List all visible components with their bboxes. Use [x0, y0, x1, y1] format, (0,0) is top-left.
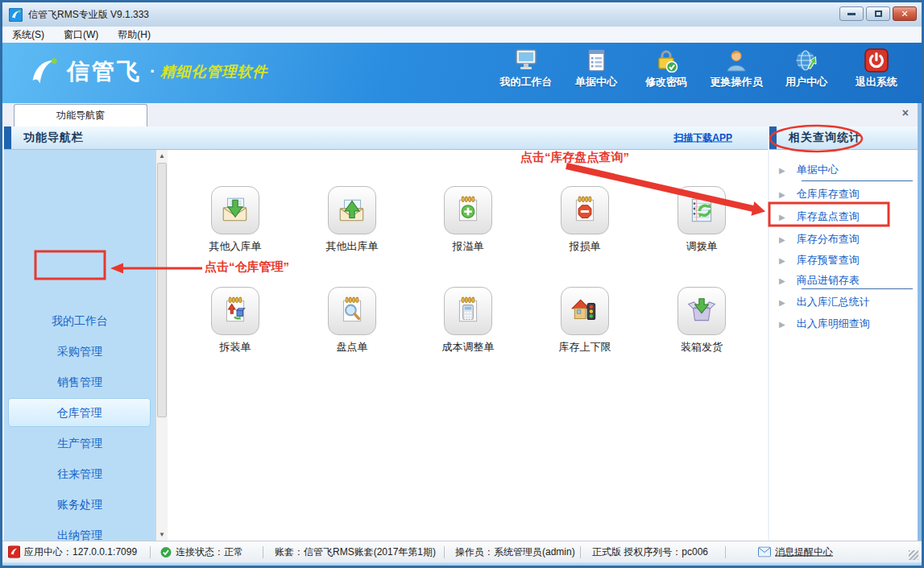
status-license: 正式版 授权序列号：pc006: [592, 545, 708, 559]
sidebar-scrollbar[interactable]: ▲ ▼: [155, 150, 168, 541]
scrollbar-thumb[interactable]: [157, 163, 167, 417]
toolbar-switch-operator[interactable]: 更换操作员: [704, 48, 769, 89]
sidebar-item-production[interactable]: 生产管理: [4, 428, 155, 458]
packing-box-icon: [686, 296, 717, 326]
grid-item-damage-report[interactable]: 报损单: [538, 186, 632, 254]
scroll-down-icon[interactable]: ▼: [156, 531, 168, 538]
triangle-bullet-icon: ▶: [779, 256, 785, 265]
grid-item-label: 其他出库单: [305, 239, 399, 254]
app-window: 信管飞RMS专业版 V9.1.333 ✕ 系统(S) 窗口(W) 帮助(H) 信…: [0, 0, 924, 568]
status-message-center[interactable]: 消息提醒中心: [758, 545, 833, 559]
triangle-bullet-icon: ▶: [779, 166, 785, 175]
toolbar-my-workspace[interactable]: 我的工作台: [494, 48, 558, 89]
document-list-icon: [582, 48, 610, 73]
query-item-label: 库存盘点查询: [797, 209, 860, 224]
minimize-button[interactable]: [839, 6, 864, 21]
query-panel-header: 相关查询统计: [769, 126, 918, 150]
globe-arrow-icon: [793, 48, 820, 73]
grid-item-overflow-report[interactable]: 报溢单: [421, 186, 515, 254]
grid-item-label: 装箱发货: [655, 340, 748, 354]
download-app-link[interactable]: 扫描下载APP: [673, 131, 732, 145]
query-item-inout-summary[interactable]: ▶ 出入库汇总统计: [769, 293, 918, 311]
toolbar-exit-system[interactable]: 退出系统: [844, 48, 909, 89]
status-bar: 应用中心：127.0.0.1:7099 连接状态：正常 账套：信管飞RMS账套(…: [2, 541, 922, 562]
window-title: 信管飞RMS专业版 V9.1.333: [28, 8, 149, 22]
sidebar-item-contacts[interactable]: 往来管理: [4, 458, 155, 489]
divider: [802, 288, 913, 289]
query-item-warehouse-stock[interactable]: ▶ 仓库库存查询: [769, 185, 918, 203]
message-center-link[interactable]: 消息提醒中心: [775, 545, 833, 559]
panel-close-icon[interactable]: ×: [902, 106, 909, 119]
sidebar-item-label: 生产管理: [57, 437, 102, 450]
grid-item-stock-limits[interactable]: 库存上下限: [538, 287, 632, 354]
brand-name: 信管飞: [67, 56, 142, 87]
resize-grip-icon[interactable]: [909, 550, 918, 560]
toolbar-document-center[interactable]: 单据中心: [564, 48, 628, 89]
status-app-center: 应用中心：127.0.0.1:7099: [8, 545, 137, 559]
query-item-inout-detail[interactable]: ▶ 出入库明细查询: [769, 315, 918, 333]
sidebar-item-accounting[interactable]: 账务处理: [4, 489, 155, 520]
menu-system[interactable]: 系统(S): [2, 28, 54, 42]
grid-item-other-inbound[interactable]: 其他入库单: [189, 186, 282, 254]
toolbar-label: 用户中心: [785, 75, 827, 89]
grid-item-packing-shipment[interactable]: 装箱发货: [655, 287, 748, 354]
query-item-psi-report[interactable]: ▶ 商品进销存表: [769, 272, 918, 289]
query-item-label: 仓库库存查询: [797, 187, 860, 201]
notepad-plus-icon: [453, 195, 483, 226]
toolbar-user-center[interactable]: 用户中心: [774, 48, 839, 89]
check-circle-icon: [160, 546, 172, 558]
grid-item-assembly-order[interactable]: 拆装单: [189, 287, 282, 354]
divider: [725, 546, 726, 558]
sidebar-item-purchase[interactable]: 采购管理: [4, 336, 155, 367]
status-text: 账套：信管飞RMS账套(2017年第1期): [275, 545, 436, 559]
envelope-arrow-in-icon: [220, 195, 251, 226]
tab-strip: 功能导航窗 ×: [2, 103, 922, 126]
divider: [444, 546, 445, 558]
sidebar-item-label: 我的工作台: [52, 314, 108, 327]
tab-function-navigator[interactable]: 功能导航窗: [14, 104, 147, 126]
triangle-bullet-icon: ▶: [779, 190, 785, 199]
close-button[interactable]: ✕: [893, 6, 917, 21]
header-accent: [4, 126, 11, 149]
brand: 信管飞 · 精细化管理软件: [27, 56, 267, 88]
menu-window[interactable]: 窗口(W): [54, 28, 108, 42]
notepad-magnifier-icon: [337, 296, 367, 326]
query-item-label: 出入库汇总统计: [797, 295, 870, 309]
status-text: 连接状态：正常: [176, 545, 243, 559]
status-connection: 连接状态：正常: [160, 545, 243, 559]
maximize-button[interactable]: [866, 6, 890, 21]
sidebar-item-sales[interactable]: 销售管理: [4, 367, 155, 397]
grid-item-label: 报溢单: [421, 239, 515, 254]
monitor-icon: [512, 48, 540, 73]
query-item-document-center[interactable]: ▶ 单据中心: [769, 161, 918, 179]
menu-help[interactable]: 帮助(H): [108, 28, 160, 42]
menu-bar: 系统(S) 窗口(W) 帮助(H): [2, 27, 922, 44]
header-accent: [769, 126, 777, 149]
query-panel-title: 相关查询统计: [789, 131, 861, 145]
triangle-bullet-icon: ▶: [779, 235, 785, 244]
status-operator: 操作员：系统管理员(admin): [455, 545, 575, 559]
sidebar-item-cashier[interactable]: 出纳管理: [4, 520, 155, 541]
grid-item-other-outbound[interactable]: 其他出库单: [305, 186, 399, 254]
grid-item-transfer-order[interactable]: 调拨单: [655, 186, 748, 254]
sidebar-item-label: 出纳管理: [57, 529, 102, 541]
sidebar-item-warehouse[interactable]: 仓库管理: [8, 398, 151, 427]
query-item-label: 出入库明细查询: [797, 317, 870, 331]
grid-item-stocktake-order[interactable]: 盘点单: [305, 287, 399, 354]
nav-panel-header: 功能导航栏 扫描下载APP: [4, 126, 768, 150]
toolbar-change-password[interactable]: 修改密码: [634, 48, 698, 89]
grid-item-label: 其他入库单: [189, 239, 282, 254]
grid-item-label: 成本调整单: [421, 340, 515, 354]
sidebar-item-label: 采购管理: [57, 345, 102, 358]
bottom-strip: [2, 562, 922, 566]
query-item-stock-distribution[interactable]: ▶ 库存分布查询: [769, 230, 918, 248]
query-item-stocktake-query[interactable]: ▶ 库存盘点查询: [769, 208, 918, 226]
grid-item-cost-adjustment[interactable]: 成本调整单: [421, 287, 515, 354]
header-toolbar: 我的工作台 单据中心 修改密码: [494, 48, 909, 89]
scroll-up-icon[interactable]: ▲: [156, 152, 168, 160]
brand-separator: ·: [150, 61, 155, 82]
query-item-stock-warning[interactable]: ▶ 库存预警查询: [769, 251, 918, 269]
query-item-label: 单据中心: [797, 163, 839, 177]
sidebar-item-my-workspace[interactable]: 我的工作台: [4, 305, 155, 336]
envelope-arrow-out-icon: [337, 195, 367, 226]
